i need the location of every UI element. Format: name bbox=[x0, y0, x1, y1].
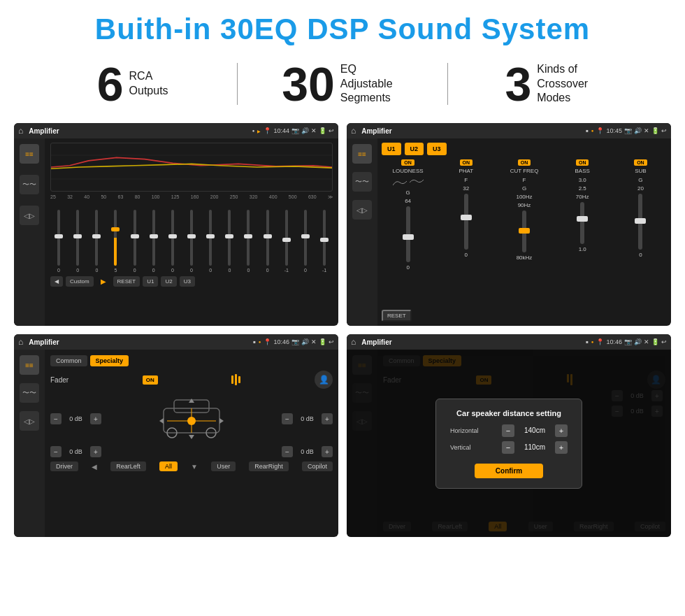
fader-left-panel: ≡≡ 〜〜 ◁▷ bbox=[14, 350, 45, 537]
mixer-panel-icon-3[interactable]: ◁▷ bbox=[352, 200, 372, 220]
eq-play-btn[interactable]: ▶ bbox=[96, 275, 110, 287]
preset-u3[interactable]: U3 bbox=[427, 143, 447, 155]
user-btn[interactable]: User bbox=[211, 461, 236, 471]
dialog-location-icon: 📍 bbox=[596, 338, 604, 345]
svg-marker-13 bbox=[219, 418, 224, 424]
dialog-overlay: Car speaker distance setting Horizontal … bbox=[347, 350, 671, 537]
rear-speakers-row: − 0 dB + − 0 dB + bbox=[50, 446, 333, 457]
dialog-camera-icon: 📷 bbox=[624, 338, 632, 345]
ch-bass-range: 3.0 bbox=[579, 177, 586, 183]
driver-btn[interactable]: Driver bbox=[50, 461, 78, 471]
dialog-dot2: ● bbox=[591, 340, 594, 344]
mixer-left-panel: ≡≡ 〜〜 ◁▷ bbox=[347, 138, 377, 326]
mixer-battery-icon: 🔋 bbox=[651, 127, 659, 134]
stat-divider-2 bbox=[447, 63, 448, 105]
rearleft-btn[interactable]: RearLeft bbox=[110, 461, 146, 471]
dialog-status-icons: 📍 10:46 📷 🔊 ✕ 🔋 ↩ bbox=[596, 338, 667, 345]
ch-cutfreq-on[interactable]: ON bbox=[518, 159, 531, 166]
fader-panel-icon-1[interactable]: ≡≡ bbox=[20, 355, 39, 375]
fader-tab-common[interactable]: Common bbox=[50, 355, 87, 366]
fr-db-value: 0 dB bbox=[295, 415, 319, 422]
horizontal-minus-btn[interactable]: − bbox=[502, 424, 514, 437]
horizontal-plus-btn[interactable]: + bbox=[555, 424, 568, 437]
mixer-panel-icon-1[interactable]: ≡≡ bbox=[352, 144, 372, 164]
rl-minus-btn[interactable]: − bbox=[50, 446, 62, 457]
ch-cutfreq-slider bbox=[522, 210, 526, 252]
eq-custom-btn[interactable]: Custom bbox=[66, 276, 94, 287]
ch-sub-label: SUB bbox=[635, 168, 646, 174]
stat-number-rca: 6 bbox=[97, 60, 124, 108]
dialog-horizontal-label: Horizontal bbox=[450, 427, 492, 434]
ch-loudness-slider bbox=[406, 206, 410, 262]
eq-graph bbox=[50, 143, 333, 192]
ch-cutfreq-freq2: 90Hz bbox=[518, 202, 531, 208]
ch-phat-f-label: F bbox=[464, 177, 468, 183]
ch-sub-on[interactable]: ON bbox=[634, 159, 647, 166]
preset-u2[interactable]: U2 bbox=[405, 143, 424, 155]
rearright-btn[interactable]: RearRight bbox=[249, 461, 289, 471]
fr-minus-btn[interactable]: − bbox=[282, 413, 293, 424]
vertical-minus-btn[interactable]: − bbox=[502, 441, 514, 454]
rr-minus-btn[interactable]: − bbox=[282, 446, 293, 457]
mixer-presets: U1 U2 U3 bbox=[382, 143, 667, 155]
mixer-panel-icon-2[interactable]: 〜〜 bbox=[352, 172, 372, 192]
fader-panel-icon-3[interactable]: ◁▷ bbox=[20, 411, 39, 431]
fader-panel-icon-2[interactable]: 〜〜 bbox=[20, 383, 39, 403]
horizontal-value: 140cm bbox=[517, 427, 552, 434]
eq-panel-icon-3[interactable]: ◁▷ bbox=[20, 206, 39, 225]
dialog-vertical-label: Vertical bbox=[450, 444, 492, 451]
mixer-location-icon: 📍 bbox=[596, 127, 604, 134]
ch-phat-on[interactable]: ON bbox=[460, 159, 473, 166]
dialog-volume-icon: 🔊 bbox=[634, 338, 642, 345]
fader-battery-icon: 🔋 bbox=[319, 338, 326, 345]
confirm-button[interactable]: Confirm bbox=[475, 464, 543, 478]
down-arrow-icon[interactable]: ▼ bbox=[191, 463, 198, 471]
preset-u1[interactable]: U1 bbox=[382, 143, 401, 155]
fader-label: Fader bbox=[50, 376, 68, 384]
eq-slider-3: 5 bbox=[107, 210, 124, 273]
fl-minus-btn[interactable]: − bbox=[50, 413, 62, 424]
fader-camera-icon: 📷 bbox=[291, 338, 299, 345]
fl-plus-btn[interactable]: + bbox=[90, 413, 101, 424]
eq-u1-btn[interactable]: U1 bbox=[143, 276, 158, 287]
eq-prev-btn[interactable]: ◀ bbox=[50, 276, 63, 287]
eq-panel-icon-1[interactable]: ≡≡ bbox=[20, 144, 39, 164]
eq-reset-btn[interactable]: RESET bbox=[113, 276, 140, 287]
ch-loudness-on[interactable]: ON bbox=[401, 159, 414, 166]
fader-on-toggle[interactable]: ON bbox=[143, 375, 158, 385]
rear-left-db: − 0 dB + bbox=[50, 446, 101, 457]
eq-location-icon: 📍 bbox=[264, 127, 271, 134]
fr-plus-btn[interactable]: + bbox=[322, 413, 333, 424]
rl-plus-btn[interactable]: + bbox=[90, 446, 101, 457]
eq-u3-btn[interactable]: U3 bbox=[180, 276, 195, 287]
fader-tab-specialty[interactable]: Specialty bbox=[90, 355, 129, 366]
ch-bass-val: 1.0 bbox=[579, 246, 586, 252]
eq-slider-10: 0 bbox=[240, 210, 257, 273]
mixer-dot2: ● bbox=[591, 129, 594, 133]
eq-u2-btn[interactable]: U2 bbox=[161, 276, 176, 287]
mixer-dot1: ■ bbox=[586, 129, 589, 133]
fader-home-icon: ⌂ bbox=[18, 337, 23, 347]
ch-cutfreq-val: 80kHz bbox=[517, 255, 533, 261]
eq-panel-icon-2[interactable]: 〜〜 bbox=[20, 175, 39, 194]
left-arrow-icon[interactable]: ◀ bbox=[92, 463, 97, 471]
stats-row: 6 RCAOutputs 30 EQ AdjustableSegments 3 … bbox=[0, 53, 685, 117]
svg-marker-10 bbox=[189, 399, 194, 403]
copilot-btn[interactable]: Copilot bbox=[302, 461, 333, 471]
ch-sub: ON SUB G 20 0 bbox=[614, 159, 667, 258]
ch-cutfreq-freq1: 100Hz bbox=[516, 194, 532, 200]
dialog-box: Car speaker distance setting Horizontal … bbox=[435, 399, 582, 489]
dialog-battery-icon: 🔋 bbox=[651, 338, 659, 345]
dialog-home-icon: ⌂ bbox=[351, 337, 356, 347]
fader-location-icon: 📍 bbox=[264, 338, 271, 345]
rr-plus-btn[interactable]: + bbox=[322, 446, 333, 457]
dialog-app-title: Amplifier bbox=[361, 338, 391, 346]
eq-slider-6: 0 bbox=[164, 210, 181, 273]
fader-main-area: Common Specialty Fader ON 👤 bbox=[45, 350, 338, 537]
all-btn[interactable]: All bbox=[159, 461, 178, 471]
vertical-plus-btn[interactable]: + bbox=[555, 441, 568, 454]
dialog-vertical-row: Vertical − 110cm + bbox=[450, 441, 568, 454]
ch-bass-on[interactable]: ON bbox=[576, 159, 589, 166]
ch-loudness-range: 64 bbox=[405, 198, 411, 204]
mixer-reset-btn[interactable]: RESET bbox=[382, 310, 412, 322]
